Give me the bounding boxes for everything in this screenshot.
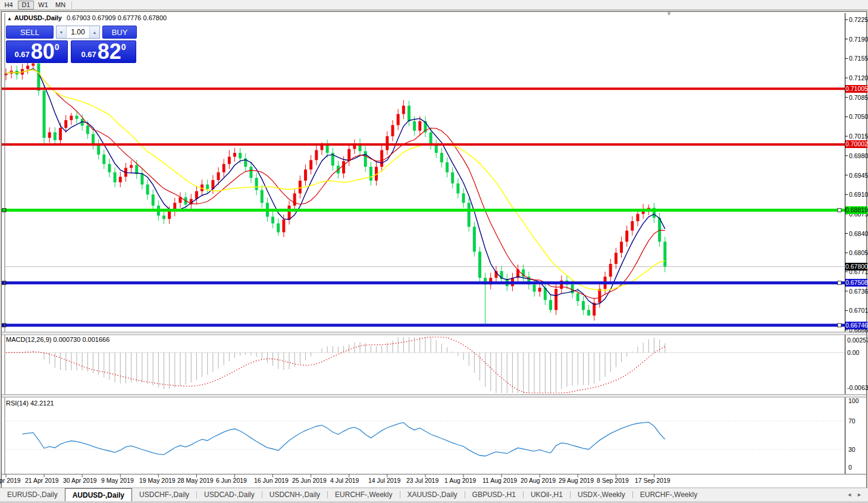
rsi-axis-tick: 30	[848, 446, 856, 453]
chart-tab-xauusd-daily[interactable]: XAUUSD-,Daily	[400, 488, 465, 501]
line-handle[interactable]	[838, 208, 841, 212]
chart-tab-usdchf-daily[interactable]: USDCHF-,Daily	[132, 488, 196, 501]
application-window: H4 D1 W1 MN ▲AUDUSD-,Daily0.67903 0.6790…	[0, 0, 868, 503]
price-axis-tick: 0.69800	[849, 152, 868, 159]
date-axis-tick: 10 Apr 2019	[0, 477, 29, 484]
price-axis-tick: 0.67010	[849, 307, 868, 314]
date-axis-tick: 4 Jul 2019	[330, 477, 372, 484]
tab-scroll-right-icon[interactable]: ►	[854, 492, 864, 498]
chart-tab-eurchf-weekly[interactable]: EURCHF-,Weekly	[633, 488, 704, 501]
level-price-badge: 0.70002	[845, 140, 867, 148]
price-axis-tick: 0.71550	[849, 55, 868, 62]
rsi-axis-tick: 0	[848, 464, 852, 471]
date-axis-tick: 25 Jun 2019	[292, 477, 334, 484]
sell-button[interactable]: SELL	[6, 26, 54, 39]
date-axis-tick: 1 Aug 2019	[444, 477, 486, 484]
sell-price-sup: 0	[55, 42, 59, 52]
rsi-axis-tick: 100	[848, 397, 859, 404]
date-axis-tick: 19 May 2019	[139, 477, 181, 484]
macd-label: MACD(12,26,9) 0.000730 0.001666	[6, 336, 109, 343]
price-axis-tick: 0.70850	[849, 94, 868, 101]
level-price-badge: 0.66746	[845, 322, 867, 329]
volume-decrease-icon[interactable]: ▼	[57, 26, 67, 38]
symbol-arrow-icon: ▲	[7, 16, 12, 21]
date-axis-tick: 30 Apr 2019	[63, 477, 105, 484]
chart-title: ▲AUDUSD-,Daily0.67903 0.67909 0.67776 0.…	[7, 14, 167, 21]
rsi-label: RSI(14) 42.2121	[6, 400, 54, 407]
line-handle[interactable]	[2, 281, 6, 285]
chart-tab-usdcnh-daily[interactable]: USDCNH-,Daily	[262, 488, 327, 501]
sell-price-prefix: 0.67	[14, 50, 29, 59]
line-handle[interactable]	[838, 323, 841, 327]
current-price-badge: 0.67800	[845, 263, 867, 271]
buy-price-big: 82	[98, 42, 121, 61]
price-axis-tick: 0.67360	[849, 288, 868, 295]
price-axis-tick: 0.71900	[849, 36, 868, 43]
level-price-badge: 0.67508	[845, 279, 867, 287]
date-axis-tick: 21 Apr 2019	[25, 477, 67, 484]
date-axis-tick: 17 Sep 2019	[635, 477, 676, 484]
volume-stepper: ▼ ▲	[56, 26, 100, 39]
date-axis-tick: 9 May 2019	[101, 477, 143, 484]
price-axis-tick: 0.69450	[849, 172, 868, 179]
date-axis-tick: 29 Aug 2019	[559, 477, 600, 484]
macd-axis-tick: -0.00632	[847, 384, 868, 391]
chart-tab-usdx-weekly[interactable]: USDX-,Weekly	[571, 488, 632, 501]
chart-tab-eurusd-daily[interactable]: EURUSD-,Daily	[0, 488, 65, 501]
level-price-badge: 0.71005	[845, 85, 867, 93]
date-axis-tick: 16 Jun 2019	[254, 477, 296, 484]
ohlc-quote: 0.67903 0.67909 0.67776 0.67800	[67, 14, 167, 21]
chart-tab-ukoil-h1[interactable]: UKOil-,H1	[524, 488, 570, 501]
chart-tab-gbpusd-h1[interactable]: GBPUSD-,H1	[465, 488, 523, 501]
symbol-name: AUDUSD-,Daily	[14, 14, 62, 21]
price-axis-tick: 0.70150	[849, 133, 868, 140]
sell-price-big: 80	[31, 42, 55, 61]
date-axis-tick: 28 May 2019	[177, 477, 219, 484]
macd-histogram	[22, 337, 665, 393]
date-axis-tick: 23 Jul 2019	[406, 477, 448, 484]
chart-shift-end-icon[interactable]: ▼	[666, 11, 672, 17]
chart-canvas[interactable]	[0, 0, 868, 503]
buy-price-prefix: 0.67	[81, 50, 96, 59]
tab-scroll-left-icon[interactable]: ◄	[844, 492, 854, 498]
buy-price-panel[interactable]: 0.67 82 0	[71, 40, 136, 63]
macd-axis-tick: 0.002574	[847, 337, 868, 344]
chart-tab-usdcad-daily[interactable]: USDCAD-,Daily	[197, 488, 262, 501]
volume-increase-icon[interactable]: ▲	[89, 26, 99, 38]
macd-axis-tick: 0.00	[847, 349, 859, 356]
rsi-axis-tick: 70	[848, 417, 856, 425]
price-axis-tick: 0.69100	[849, 191, 868, 198]
date-axis-tick: 11 Aug 2019	[482, 477, 524, 484]
tab-scroll-arrows: ◄►	[844, 488, 868, 501]
level-price-badge: 0.68819	[845, 206, 867, 214]
date-axis-tick: 8 Sep 2019	[597, 477, 638, 484]
price-axis-tick: 0.68050	[849, 249, 868, 256]
buy-price-sup: 0	[121, 42, 126, 52]
level-lines[interactable]	[2, 89, 845, 327]
price-axis-tick: 0.68400	[849, 230, 868, 237]
line-handle[interactable]	[2, 323, 6, 327]
line-handle[interactable]	[2, 208, 6, 212]
date-axis-tick: 14 Jul 2019	[368, 477, 410, 484]
one-click-trading-panel: SELL ▼ ▲ BUY 0.67 80 0 0.67 82 0	[6, 26, 137, 63]
buy-button[interactable]: BUY	[102, 26, 137, 39]
chart-tab-bar: EURUSD-,DailyAUDUSD-,DailyUSDCHF-,DailyU…	[0, 488, 868, 501]
chart-tab-audusd-daily[interactable]: AUDUSD-,Daily	[65, 488, 132, 501]
sell-price-panel[interactable]: 0.67 80 0	[6, 40, 68, 63]
date-axis-tick: 20 Aug 2019	[521, 477, 562, 484]
date-axis-tick: 6 Jun 2019	[216, 477, 258, 484]
volume-input[interactable]	[67, 26, 89, 38]
chart-tab-eurchf-weekly[interactable]: EURCHF-,Weekly	[328, 488, 399, 501]
price-axis-tick: 0.72250	[849, 16, 868, 23]
line-handle[interactable]	[838, 281, 841, 285]
price-axis-tick: 0.70500	[849, 113, 868, 120]
price-axis-tick: 0.71200	[849, 74, 868, 81]
